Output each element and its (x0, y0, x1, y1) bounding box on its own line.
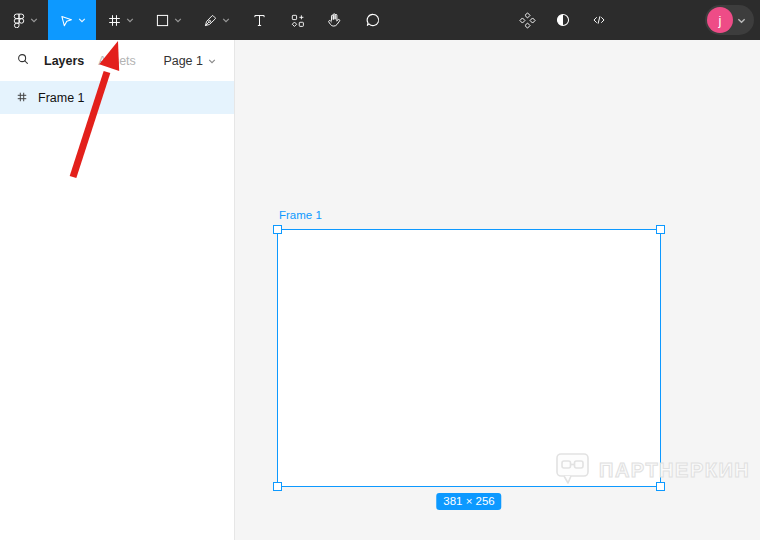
toolbar-right-section: j (509, 0, 760, 40)
resize-handle-top-left[interactable] (273, 225, 282, 234)
dev-mode-code-icon (590, 11, 608, 29)
layer-item-frame-1[interactable]: Frame 1 (0, 81, 234, 114)
resources-button[interactable] (278, 0, 316, 40)
hand-tool-icon (326, 11, 344, 29)
figma-app-window: j Layers Assets Page 1 (0, 0, 760, 540)
move-cursor-icon (58, 12, 75, 29)
pen-tool-button[interactable] (192, 0, 240, 40)
layer-name: Frame 1 (38, 91, 85, 105)
text-tool-icon (251, 12, 268, 29)
shape-tool-icon (154, 12, 171, 29)
main-menu-button[interactable] (0, 0, 48, 40)
contrast-icon (554, 11, 572, 29)
pen-tool-icon (202, 12, 219, 29)
resize-handle-top-right[interactable] (656, 225, 665, 234)
frame-title-label[interactable]: Frame 1 (279, 209, 322, 221)
page-selector-label: Page 1 (163, 54, 203, 68)
contrast-toggle-button[interactable] (545, 0, 581, 40)
chevron-down-icon (737, 11, 746, 29)
main-area: Layers Assets Page 1 Frame 1 (0, 40, 760, 540)
chevron-down-icon (208, 54, 216, 68)
chevron-down-icon (126, 16, 134, 24)
layers-panel-header: Layers Assets Page 1 (0, 40, 234, 81)
library-button[interactable] (509, 0, 545, 40)
chevron-down-icon (222, 16, 230, 24)
text-tool-button[interactable] (240, 0, 278, 40)
chevron-down-icon (30, 16, 38, 24)
chevron-down-icon (174, 16, 182, 24)
selection-size-badge: 381 × 256 (436, 493, 501, 510)
avatar: j (707, 7, 733, 33)
diamond-grid-icon (518, 11, 537, 30)
page-selector[interactable]: Page 1 (163, 54, 216, 68)
frame-tool-button[interactable] (96, 0, 144, 40)
layers-panel: Layers Assets Page 1 Frame 1 (0, 40, 235, 540)
frame-tool-icon (106, 12, 123, 29)
comment-icon (364, 11, 382, 29)
figma-logo-icon (11, 12, 27, 28)
tab-assets[interactable]: Assets (98, 54, 136, 68)
frame-layer-icon (16, 89, 28, 107)
resources-icon (289, 12, 306, 29)
resize-handle-bottom-left[interactable] (273, 482, 282, 491)
account-menu-button[interactable]: j (705, 5, 754, 35)
hand-tool-button[interactable] (316, 0, 354, 40)
canvas[interactable]: Frame 1 381 × 256 ПАР (235, 40, 760, 540)
tab-layers[interactable]: Layers (44, 54, 84, 68)
move-tool-button[interactable] (48, 0, 96, 40)
shape-tool-button[interactable] (144, 0, 192, 40)
toolbar-spacer (617, 20, 705, 21)
dev-mode-button[interactable] (581, 0, 617, 40)
toolbar: j (0, 0, 760, 40)
comment-tool-button[interactable] (354, 0, 392, 40)
resize-handle-bottom-right[interactable] (656, 482, 665, 491)
search-icon[interactable] (16, 52, 30, 70)
frame-object[interactable] (278, 230, 660, 486)
chevron-down-icon (78, 16, 86, 24)
